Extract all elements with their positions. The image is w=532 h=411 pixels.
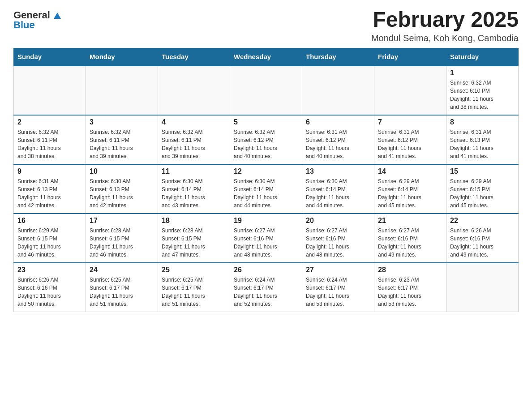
day-number: 24	[90, 266, 154, 274]
month-title: February 2025	[371, 9, 519, 30]
day-number: 25	[162, 266, 226, 274]
weekday-header-monday: Monday	[86, 48, 158, 66]
day-number: 18	[162, 217, 226, 225]
day-number: 4	[162, 118, 226, 126]
day-number: 5	[234, 118, 298, 126]
day-number: 6	[306, 118, 370, 126]
day-info: Sunrise: 6:29 AM Sunset: 6:15 PM Dayligh…	[17, 227, 82, 259]
day-number: 1	[450, 69, 515, 77]
calendar-cell: 12Sunrise: 6:30 AM Sunset: 6:14 PM Dayli…	[230, 164, 302, 214]
day-number: 17	[90, 217, 154, 225]
day-info: Sunrise: 6:24 AM Sunset: 6:17 PM Dayligh…	[234, 276, 298, 308]
calendar-cell: 18Sunrise: 6:28 AM Sunset: 6:15 PM Dayli…	[158, 214, 230, 263]
calendar-cell: 1Sunrise: 6:32 AM Sunset: 6:10 PM Daylig…	[446, 66, 519, 115]
calendar-cell	[158, 66, 230, 115]
day-number: 3	[90, 118, 154, 126]
calendar-week-row: 2Sunrise: 6:32 AM Sunset: 6:11 PM Daylig…	[14, 115, 519, 164]
calendar-cell: 27Sunrise: 6:24 AM Sunset: 6:17 PM Dayli…	[302, 263, 374, 312]
weekday-header-row: SundayMondayTuesdayWednesdayThursdayFrid…	[14, 48, 519, 66]
calendar-cell: 22Sunrise: 6:26 AM Sunset: 6:16 PM Dayli…	[446, 214, 519, 263]
calendar-cell: 20Sunrise: 6:27 AM Sunset: 6:16 PM Dayli…	[302, 214, 374, 263]
day-info: Sunrise: 6:30 AM Sunset: 6:13 PM Dayligh…	[90, 177, 154, 210]
calendar-cell: 13Sunrise: 6:30 AM Sunset: 6:14 PM Dayli…	[302, 164, 374, 214]
weekday-header-saturday: Saturday	[446, 48, 519, 66]
day-info: Sunrise: 6:27 AM Sunset: 6:16 PM Dayligh…	[378, 227, 442, 259]
day-info: Sunrise: 6:25 AM Sunset: 6:17 PM Dayligh…	[162, 276, 226, 308]
day-info: Sunrise: 6:32 AM Sunset: 6:11 PM Dayligh…	[90, 128, 154, 160]
calendar-cell: 21Sunrise: 6:27 AM Sunset: 6:16 PM Dayli…	[374, 214, 446, 263]
day-info: Sunrise: 6:30 AM Sunset: 6:14 PM Dayligh…	[306, 177, 370, 210]
calendar-cell: 23Sunrise: 6:26 AM Sunset: 6:16 PM Dayli…	[14, 263, 86, 312]
calendar-cell: 14Sunrise: 6:29 AM Sunset: 6:14 PM Dayli…	[374, 164, 446, 214]
calendar-cell: 8Sunrise: 6:31 AM Sunset: 6:13 PM Daylig…	[446, 115, 519, 164]
day-number: 15	[450, 167, 515, 176]
day-number: 2	[17, 118, 82, 126]
day-info: Sunrise: 6:32 AM Sunset: 6:11 PM Dayligh…	[17, 128, 82, 160]
calendar-cell: 17Sunrise: 6:28 AM Sunset: 6:15 PM Dayli…	[86, 214, 158, 263]
day-number: 23	[17, 266, 82, 274]
day-info: Sunrise: 6:32 AM Sunset: 6:12 PM Dayligh…	[234, 128, 298, 160]
day-number: 13	[306, 167, 370, 176]
calendar-cell: 10Sunrise: 6:30 AM Sunset: 6:13 PM Dayli…	[86, 164, 158, 214]
svg-marker-0	[54, 13, 61, 19]
weekday-header-friday: Friday	[374, 48, 446, 66]
day-info: Sunrise: 6:31 AM Sunset: 6:12 PM Dayligh…	[306, 128, 370, 160]
calendar-cell	[374, 66, 446, 115]
calendar-cell	[86, 66, 158, 115]
day-info: Sunrise: 6:32 AM Sunset: 6:10 PM Dayligh…	[450, 79, 515, 111]
day-number: 11	[162, 167, 226, 176]
calendar-cell: 7Sunrise: 6:31 AM Sunset: 6:12 PM Daylig…	[374, 115, 446, 164]
title-block: February 2025 Mondul Seima, Koh Kong, Ca…	[371, 9, 519, 43]
day-info: Sunrise: 6:31 AM Sunset: 6:12 PM Dayligh…	[378, 128, 442, 160]
calendar-week-row: 16Sunrise: 6:29 AM Sunset: 6:15 PM Dayli…	[14, 214, 519, 263]
day-number: 19	[234, 217, 298, 225]
calendar-cell	[446, 263, 519, 312]
day-info: Sunrise: 6:32 AM Sunset: 6:11 PM Dayligh…	[162, 128, 226, 160]
day-number: 7	[378, 118, 442, 126]
calendar-table: SundayMondayTuesdayWednesdayThursdayFrid…	[13, 48, 519, 312]
calendar-cell: 16Sunrise: 6:29 AM Sunset: 6:15 PM Dayli…	[14, 214, 86, 263]
page-header: General Blue February 2025 Mondul Seima,…	[13, 9, 519, 43]
weekday-header-wednesday: Wednesday	[230, 48, 302, 66]
day-number: 20	[306, 217, 370, 225]
day-number: 9	[17, 167, 82, 176]
day-info: Sunrise: 6:24 AM Sunset: 6:17 PM Dayligh…	[306, 276, 370, 308]
day-info: Sunrise: 6:23 AM Sunset: 6:17 PM Dayligh…	[378, 276, 442, 308]
weekday-header-tuesday: Tuesday	[158, 48, 230, 66]
day-info: Sunrise: 6:31 AM Sunset: 6:13 PM Dayligh…	[17, 177, 82, 210]
day-info: Sunrise: 6:31 AM Sunset: 6:13 PM Dayligh…	[450, 128, 515, 160]
calendar-cell: 19Sunrise: 6:27 AM Sunset: 6:16 PM Dayli…	[230, 214, 302, 263]
calendar-cell: 4Sunrise: 6:32 AM Sunset: 6:11 PM Daylig…	[158, 115, 230, 164]
day-number: 12	[234, 167, 298, 176]
day-number: 26	[234, 266, 298, 274]
calendar-week-row: 9Sunrise: 6:31 AM Sunset: 6:13 PM Daylig…	[14, 164, 519, 214]
calendar-cell: 24Sunrise: 6:25 AM Sunset: 6:17 PM Dayli…	[86, 263, 158, 312]
calendar-cell: 2Sunrise: 6:32 AM Sunset: 6:11 PM Daylig…	[14, 115, 86, 164]
day-number: 16	[17, 217, 82, 225]
calendar-cell: 26Sunrise: 6:24 AM Sunset: 6:17 PM Dayli…	[230, 263, 302, 312]
calendar-cell	[14, 66, 86, 115]
day-info: Sunrise: 6:27 AM Sunset: 6:16 PM Dayligh…	[306, 227, 370, 259]
weekday-header-sunday: Sunday	[14, 48, 86, 66]
day-info: Sunrise: 6:26 AM Sunset: 6:16 PM Dayligh…	[17, 276, 82, 308]
calendar-cell: 5Sunrise: 6:32 AM Sunset: 6:12 PM Daylig…	[230, 115, 302, 164]
day-info: Sunrise: 6:30 AM Sunset: 6:14 PM Dayligh…	[162, 177, 226, 210]
day-number: 28	[378, 266, 442, 274]
calendar-cell: 6Sunrise: 6:31 AM Sunset: 6:12 PM Daylig…	[302, 115, 374, 164]
weekday-header-thursday: Thursday	[302, 48, 374, 66]
day-info: Sunrise: 6:28 AM Sunset: 6:15 PM Dayligh…	[90, 227, 154, 259]
calendar-cell: 9Sunrise: 6:31 AM Sunset: 6:13 PM Daylig…	[14, 164, 86, 214]
logo: General Blue	[13, 9, 64, 30]
day-info: Sunrise: 6:29 AM Sunset: 6:15 PM Dayligh…	[450, 177, 515, 210]
logo-icon	[51, 9, 64, 21]
calendar-cell: 15Sunrise: 6:29 AM Sunset: 6:15 PM Dayli…	[446, 164, 519, 214]
location-title: Mondul Seima, Koh Kong, Cambodia	[371, 33, 519, 43]
calendar-cell	[230, 66, 302, 115]
day-number: 10	[90, 167, 154, 176]
day-info: Sunrise: 6:29 AM Sunset: 6:14 PM Dayligh…	[378, 177, 442, 210]
day-info: Sunrise: 6:30 AM Sunset: 6:14 PM Dayligh…	[234, 177, 298, 210]
calendar-week-row: 1Sunrise: 6:32 AM Sunset: 6:10 PM Daylig…	[14, 66, 519, 115]
day-number: 21	[378, 217, 442, 225]
calendar-cell	[302, 66, 374, 115]
day-info: Sunrise: 6:27 AM Sunset: 6:16 PM Dayligh…	[234, 227, 298, 259]
